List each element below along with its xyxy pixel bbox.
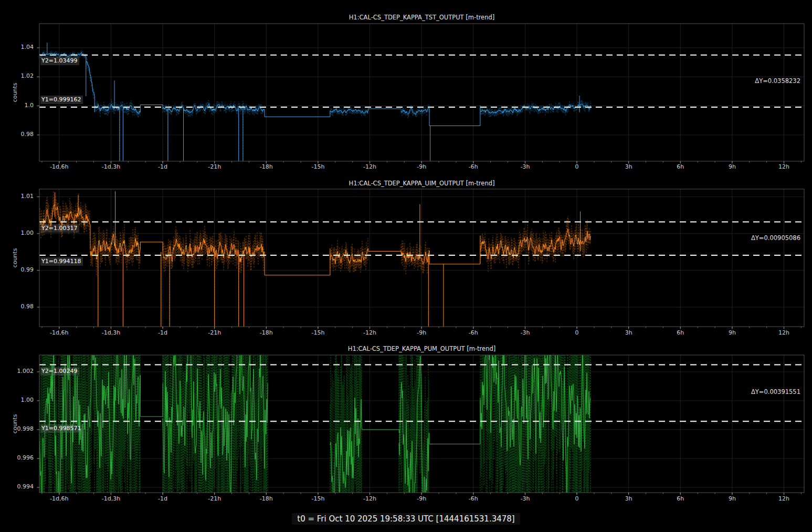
y-tick-label: 1.04: [4, 44, 34, 50]
x-tick-label: 0: [558, 495, 595, 502]
x-tick-label: 6h: [662, 163, 699, 170]
y-tick-label: 0.996: [4, 454, 34, 461]
x-tick-label: -21h: [196, 495, 233, 502]
panel2-y2-cursor-label[interactable]: Y2=1.00317: [40, 224, 79, 233]
x-tick-label: -1d,3h: [92, 495, 129, 502]
mean-trace: [39, 191, 590, 330]
x-tick-label: 6h: [662, 329, 699, 336]
trace-group-panel2[interactable]: [39, 191, 590, 330]
x-tick-label: -21h: [196, 329, 233, 336]
x-tick-label: 3h: [610, 329, 647, 336]
x-tick-label: -6h: [455, 329, 492, 336]
x-tick-label: -3h: [507, 163, 543, 170]
x-tick-label: 3h: [610, 163, 647, 170]
x-tick-label: 0: [558, 163, 595, 170]
x-tick-label: 0: [558, 329, 595, 336]
panel1-y2-cursor-label[interactable]: Y2=1.03499: [40, 57, 79, 65]
panel1-y-axis-label: counts: [12, 83, 18, 102]
x-tick-label: -6h: [455, 495, 492, 502]
panel2-y-axis-label: counts: [12, 248, 18, 268]
y-tick-label: 0.99: [4, 266, 34, 273]
panel2-title: H1:CAL-CS_TDEP_KAPPA_UIM_OUTPUT [m-trend…: [39, 180, 804, 187]
x-tick-label: -9h: [403, 329, 440, 336]
panel1-title: H1:CAL-CS_TDEP_KAPPA_TST_OUTPUT [m-trend…: [39, 14, 804, 21]
x-tick-label: 9h: [714, 329, 751, 336]
x-tick-label: 12h: [766, 329, 803, 336]
minmax-envelope-trace: [39, 190, 590, 532]
x-tick-label: -9h: [403, 495, 440, 502]
x-tick-label: -6h: [455, 163, 492, 170]
t0-caption-text: t0 = Fri Oct 10 2025 19:58:33 UTC [14441…: [292, 513, 520, 525]
mean-trace: [39, 43, 590, 164]
x-tick-label: -1d: [144, 329, 181, 336]
x-tick-label: -12h: [352, 163, 388, 170]
y-tick-label: 1.01: [4, 193, 34, 200]
x-tick-label: -1d,6h: [41, 163, 78, 170]
panel3-title: H1:CAL-CS_TDEP_KAPPA_PUM_OUTPUT [m-trend…: [39, 345, 804, 352]
y-tick-label: 0.98: [4, 131, 34, 138]
minmax-envelope-trace: [39, 191, 590, 330]
panel1-y1-cursor-label[interactable]: Y1=0.999162: [40, 96, 83, 104]
y-tick-label: 1.00: [4, 397, 34, 403]
x-tick-label: -12h: [352, 495, 388, 502]
x-tick-label: -1d,3h: [92, 163, 129, 170]
x-tick-label: -18h: [248, 329, 284, 336]
y-tick-label: 0.994: [4, 483, 34, 490]
panel1-delta-y-readout: ΔY=0.0358232: [643, 77, 800, 85]
panel3-y2-cursor-label[interactable]: Y2=1.00249: [40, 367, 79, 375]
x-tick-label: -21h: [196, 163, 233, 170]
trace-group-panel3[interactable]: [39, 190, 590, 532]
panel3-y1-cursor-label[interactable]: Y1=0.998571: [40, 424, 83, 433]
x-tick-label: -1d,6h: [41, 495, 78, 502]
x-tick-label: -1d: [144, 495, 181, 502]
dataviewer-window: H1:CAL-CS_TDEP_KAPPA_TST_OUTPUT [m-trend…: [0, 0, 812, 532]
x-tick-label: 6h: [662, 495, 699, 502]
x-tick-label: -18h: [248, 495, 284, 502]
x-tick-label: -1d,6h: [41, 329, 78, 336]
panel2-delta-y-readout: ΔY=0.00905086: [643, 234, 800, 242]
x-tick-label: -3h: [507, 329, 543, 336]
y-tick-label: 1.02: [4, 72, 34, 79]
x-tick-label: -3h: [507, 495, 543, 502]
x-tick-label: -15h: [300, 163, 336, 170]
y-tick-label: 1.0: [4, 102, 34, 109]
t0-caption: t0 = Fri Oct 10 2025 19:58:33 UTC [14441…: [0, 513, 812, 525]
y-tick-label: 1.002: [4, 368, 34, 374]
x-tick-label: 12h: [766, 163, 803, 170]
x-tick-label: 9h: [714, 163, 751, 170]
y-tick-label: 1.00: [4, 230, 34, 236]
trace-group-panel1[interactable]: [39, 43, 590, 164]
x-tick-label: 9h: [714, 495, 751, 502]
x-tick-label: -9h: [403, 163, 440, 170]
x-tick-label: -15h: [300, 495, 336, 502]
x-tick-label: -1d: [144, 163, 181, 170]
x-tick-label: -18h: [248, 163, 284, 170]
y-tick-label: 0.998: [4, 425, 34, 432]
panel3-delta-y-readout: ΔY=0.00391551: [643, 388, 800, 395]
x-tick-label: -1d,3h: [92, 329, 129, 336]
x-tick-label: -12h: [352, 329, 388, 336]
x-tick-label: 3h: [610, 495, 647, 502]
pan2-y1-cursor-label[interactable]: Y1=0.994118: [40, 257, 83, 266]
x-tick-label: 12h: [766, 495, 803, 502]
y-tick-label: 0.98: [4, 303, 34, 310]
x-tick-label: -15h: [300, 329, 336, 336]
